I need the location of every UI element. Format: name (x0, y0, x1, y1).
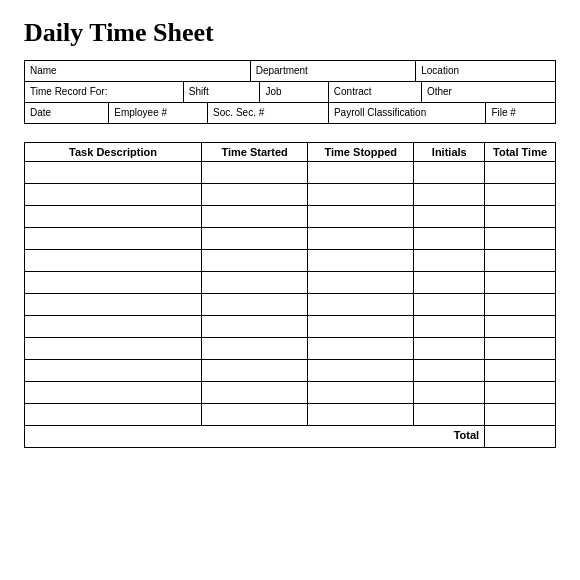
table-row[interactable] (25, 360, 556, 382)
task-desc-cell[interactable] (25, 360, 202, 382)
initials-cell[interactable] (414, 338, 485, 360)
employee-cell[interactable]: Employee # (109, 103, 208, 123)
form-section: Name Department Location Time Record For… (24, 60, 556, 124)
initials-cell[interactable] (414, 250, 485, 272)
time-started-cell[interactable] (202, 316, 308, 338)
time-stopped-cell[interactable] (308, 360, 414, 382)
table-row[interactable] (25, 228, 556, 250)
table-row[interactable] (25, 162, 556, 184)
total-time-cell[interactable] (485, 184, 556, 206)
time-stopped-cell[interactable] (308, 162, 414, 184)
initials-cell[interactable] (414, 206, 485, 228)
payroll-cell[interactable]: Payroll Classification (329, 103, 486, 123)
initials-cell[interactable] (414, 272, 485, 294)
time-started-cell[interactable] (202, 294, 308, 316)
table-row[interactable] (25, 206, 556, 228)
time-stopped-cell[interactable] (308, 382, 414, 404)
time-stopped-cell[interactable] (308, 404, 414, 426)
initials-cell[interactable] (414, 294, 485, 316)
total-time-cell[interactable] (485, 162, 556, 184)
total-time-cell[interactable] (485, 228, 556, 250)
time-stopped-cell[interactable] (308, 184, 414, 206)
job-cell[interactable]: Job (260, 82, 328, 102)
total-value[interactable] (485, 426, 556, 448)
date-cell[interactable]: Date (25, 103, 109, 123)
employee-label: Employee # (114, 107, 167, 118)
total-time-cell[interactable] (485, 206, 556, 228)
time-stopped-cell[interactable] (308, 206, 414, 228)
task-desc-cell[interactable] (25, 184, 202, 206)
task-desc-cell[interactable] (25, 404, 202, 426)
th-initials: Initials (414, 143, 485, 162)
time-started-cell[interactable] (202, 184, 308, 206)
time-started-cell[interactable] (202, 162, 308, 184)
form-row-1: Name Department Location (25, 61, 555, 82)
task-table: Task Description Time Started Time Stopp… (24, 142, 556, 448)
initials-cell[interactable] (414, 184, 485, 206)
time-started-cell[interactable] (202, 228, 308, 250)
task-desc-cell[interactable] (25, 272, 202, 294)
time-started-cell[interactable] (202, 382, 308, 404)
total-time-cell[interactable] (485, 272, 556, 294)
location-label: Location (421, 65, 459, 76)
table-row[interactable] (25, 404, 556, 426)
table-row[interactable] (25, 338, 556, 360)
table-row[interactable] (25, 250, 556, 272)
table-row[interactable] (25, 382, 556, 404)
time-stopped-cell[interactable] (308, 250, 414, 272)
task-desc-cell[interactable] (25, 206, 202, 228)
total-time-cell[interactable] (485, 250, 556, 272)
th-task: Task Description (25, 143, 202, 162)
initials-cell[interactable] (414, 382, 485, 404)
soc-sec-cell[interactable]: Soc. Sec. # (208, 103, 329, 123)
task-desc-cell[interactable] (25, 294, 202, 316)
time-stopped-cell[interactable] (308, 338, 414, 360)
table-header-row: Task Description Time Started Time Stopp… (25, 143, 556, 162)
total-time-cell[interactable] (485, 316, 556, 338)
th-time-started: Time Started (202, 143, 308, 162)
name-label: Name (30, 65, 57, 76)
form-row-2: Time Record For: Shift Job Contract Othe… (25, 82, 555, 103)
task-desc-cell[interactable] (25, 316, 202, 338)
time-started-cell[interactable] (202, 272, 308, 294)
file-cell[interactable]: File # (486, 103, 555, 123)
time-started-cell[interactable] (202, 404, 308, 426)
time-started-cell[interactable] (202, 206, 308, 228)
time-started-cell[interactable] (202, 360, 308, 382)
location-cell[interactable]: Location (416, 61, 555, 81)
table-row[interactable] (25, 272, 556, 294)
time-stopped-cell[interactable] (308, 272, 414, 294)
time-stopped-cell[interactable] (308, 294, 414, 316)
total-time-cell[interactable] (485, 404, 556, 426)
total-time-cell[interactable] (485, 294, 556, 316)
time-stopped-cell[interactable] (308, 316, 414, 338)
table-row[interactable] (25, 294, 556, 316)
department-cell[interactable]: Department (251, 61, 417, 81)
contract-cell[interactable]: Contract (329, 82, 422, 102)
other-label: Other (427, 86, 452, 97)
total-time-cell[interactable] (485, 382, 556, 404)
initials-cell[interactable] (414, 162, 485, 184)
task-desc-cell[interactable] (25, 250, 202, 272)
table-row[interactable] (25, 184, 556, 206)
task-desc-cell[interactable] (25, 382, 202, 404)
time-stopped-cell[interactable] (308, 228, 414, 250)
job-label: Job (265, 86, 281, 97)
initials-cell[interactable] (414, 404, 485, 426)
initials-cell[interactable] (414, 228, 485, 250)
time-started-cell[interactable] (202, 338, 308, 360)
time-started-cell[interactable] (202, 250, 308, 272)
table-row[interactable] (25, 316, 556, 338)
time-record-cell[interactable]: Time Record For: (25, 82, 184, 102)
task-desc-cell[interactable] (25, 162, 202, 184)
initials-cell[interactable] (414, 316, 485, 338)
initials-cell[interactable] (414, 360, 485, 382)
total-label: Total (25, 426, 485, 448)
shift-cell[interactable]: Shift (184, 82, 261, 102)
other-cell[interactable]: Other (422, 82, 555, 102)
total-time-cell[interactable] (485, 360, 556, 382)
name-cell[interactable]: Name (25, 61, 251, 81)
task-desc-cell[interactable] (25, 338, 202, 360)
task-desc-cell[interactable] (25, 228, 202, 250)
total-time-cell[interactable] (485, 338, 556, 360)
